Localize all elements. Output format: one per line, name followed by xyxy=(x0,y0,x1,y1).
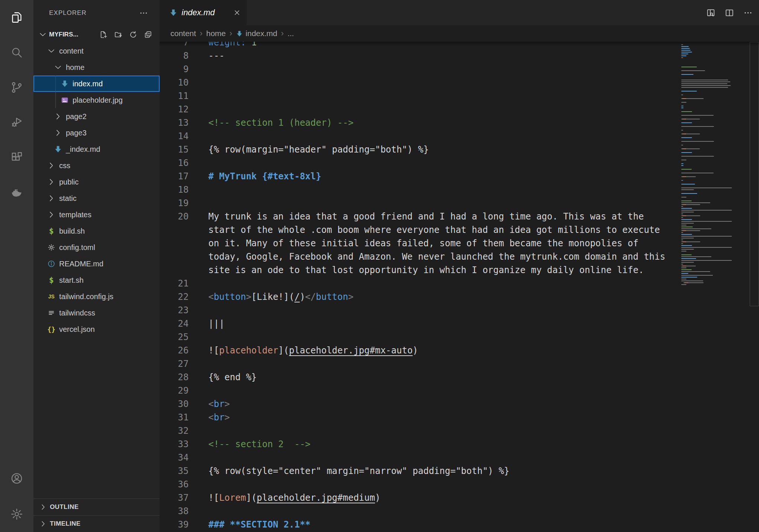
code-text: on it. Many of these initial ideas faile… xyxy=(208,237,638,250)
code-line-23: 23 xyxy=(160,304,680,317)
image-icon xyxy=(60,96,69,105)
tree-item-label: templates xyxy=(59,211,92,219)
code-line-wrap: today, Google, Facebook and Amazon. We n… xyxy=(160,250,680,263)
code-text: {% row(margin="header" padding="both") %… xyxy=(208,143,429,156)
code-line-32: 32 xyxy=(160,424,680,438)
minimap-line xyxy=(681,279,686,279)
open-preview-to-side-icon[interactable] xyxy=(705,7,716,18)
minimap-line xyxy=(681,236,732,237)
breadcrumb-item-home[interactable]: home xyxy=(206,29,226,38)
tree-item--index-md[interactable]: _index.md xyxy=(33,141,160,157)
chevron-right-icon xyxy=(47,177,56,186)
tree-item-public[interactable]: public xyxy=(33,174,160,190)
code-line-13: 13<!-- section 1 (header) --> xyxy=(160,116,680,129)
tree-item-config-toml[interactable]: config.toml xyxy=(33,239,160,256)
code-text: My trunk is an idea that a good friend a… xyxy=(208,210,644,223)
chevron-right-icon xyxy=(47,194,56,203)
workspace-section-header[interactable]: MYFIRS... xyxy=(33,26,160,43)
extensions-icon[interactable] xyxy=(0,140,33,175)
code-line-18: 18 xyxy=(160,183,680,196)
minimap-line xyxy=(681,46,689,47)
minimap-line xyxy=(681,245,692,246)
tree-item-label: README.md xyxy=(59,260,103,268)
breadcrumb-item--[interactable]: ... xyxy=(288,29,294,38)
split-editor-icon[interactable] xyxy=(724,7,734,18)
code-text: {% row(style="center" margin="narrow" pa… xyxy=(208,464,509,478)
account-icon[interactable] xyxy=(0,461,33,496)
line-number: 13 xyxy=(160,116,208,129)
line-number: 37 xyxy=(160,491,208,504)
panel-outline[interactable]: OUTLINE xyxy=(33,499,160,515)
tree-item-label: placeholder.jpg xyxy=(73,96,123,105)
tree-item-css[interactable]: css xyxy=(33,157,160,174)
js-icon: JS xyxy=(47,292,56,301)
explorer-more-actions-icon[interactable] xyxy=(139,8,148,18)
tree-item-readme-md[interactable]: README.md xyxy=(33,256,160,272)
source-control-icon[interactable] xyxy=(0,70,33,105)
close-tab-icon[interactable] xyxy=(233,8,241,17)
minimap-line xyxy=(681,169,692,170)
minimap-line xyxy=(681,215,700,216)
code-line-8: 8--- xyxy=(160,49,680,63)
code-text: site is an ode to that lost opportunity … xyxy=(208,263,644,277)
minimap-line xyxy=(681,145,683,145)
tree-item-placeholder-jpg[interactable]: placeholder.jpg xyxy=(33,92,160,108)
tree-item-templates[interactable]: templates xyxy=(33,206,160,223)
tree-item-start-sh[interactable]: $start.sh xyxy=(33,272,160,288)
minimap-line xyxy=(681,184,695,185)
panel-label: TIMELINE xyxy=(50,520,81,528)
tree-item-page2[interactable]: page2 xyxy=(33,108,160,125)
collapse-folders-icon[interactable] xyxy=(143,30,153,39)
run-and-debug-icon[interactable] xyxy=(0,105,33,140)
more-actions-icon[interactable] xyxy=(743,7,753,18)
tree-item-index-md[interactable]: index.md xyxy=(33,76,160,92)
line-number: 9 xyxy=(160,63,208,76)
code-line-9: 9 xyxy=(160,63,680,76)
line-number: 28 xyxy=(160,371,208,384)
minimap-line xyxy=(681,111,692,112)
code-text: ![Lorem](placeholder.jpg#medium) xyxy=(208,491,380,504)
minimap[interactable] xyxy=(680,42,745,301)
shell-icon: $ xyxy=(47,276,56,285)
code-text: # MyTrunk {#text-8xl} xyxy=(208,170,321,183)
panel-timeline[interactable]: TIMELINE xyxy=(33,515,160,532)
editor-body[interactable]: 7weight: 18---910111213<!-- section 1 (h… xyxy=(160,42,759,532)
tab-index-md[interactable]: index.md xyxy=(160,0,247,25)
tree-item-vercel-json[interactable]: {}vercel.json xyxy=(33,321,160,337)
minimap-line xyxy=(681,91,697,92)
minimap-line xyxy=(681,141,714,142)
line-number: 11 xyxy=(160,89,208,103)
tree-item-build-sh[interactable]: $build.sh xyxy=(33,223,160,239)
minimap-line xyxy=(681,98,704,99)
new-folder-icon[interactable] xyxy=(113,30,123,39)
minimap-line xyxy=(681,230,700,231)
line-number: 10 xyxy=(160,76,208,89)
line-number: 38 xyxy=(160,504,208,518)
new-file-icon[interactable] xyxy=(99,30,108,39)
activity-bar-top xyxy=(0,0,33,210)
minimap-line xyxy=(681,54,688,54)
minimap-line xyxy=(681,102,686,103)
tree-item-page3[interactable]: page3 xyxy=(33,125,160,141)
refresh-explorer-icon[interactable] xyxy=(128,30,138,39)
breadcrumb-item-content[interactable]: content xyxy=(170,29,196,38)
code-area[interactable]: 7weight: 18---910111213<!-- section 1 (h… xyxy=(160,42,680,532)
search-icon[interactable] xyxy=(0,35,33,70)
tree-item-tailwind-config-js[interactable]: JStailwind.config.js xyxy=(33,288,160,305)
tree-item-tailwindcss[interactable]: tailwindcss xyxy=(33,305,160,321)
editor-region: index.md content›home›index.md›... 7weig… xyxy=(160,0,759,532)
tree-item-static[interactable]: static xyxy=(33,190,160,206)
docker-icon[interactable] xyxy=(0,175,33,210)
tree-item-label: home xyxy=(66,63,84,72)
tree-item-label: _index.md xyxy=(66,145,100,154)
tree-item-content[interactable]: content xyxy=(33,43,160,59)
tree-item-home[interactable]: home xyxy=(33,59,160,76)
code-line-20: 20My trunk is an idea that a good friend… xyxy=(160,210,680,223)
code-text: --- xyxy=(208,49,224,63)
vertical-scrollbar[interactable] xyxy=(750,42,759,306)
breadcrumb-item-index-md[interactable]: index.md xyxy=(236,29,277,38)
minimap-line xyxy=(681,273,688,274)
settings-icon[interactable] xyxy=(0,496,33,532)
explorer-icon[interactable] xyxy=(0,0,33,35)
code-line-36: 36 xyxy=(160,478,680,491)
